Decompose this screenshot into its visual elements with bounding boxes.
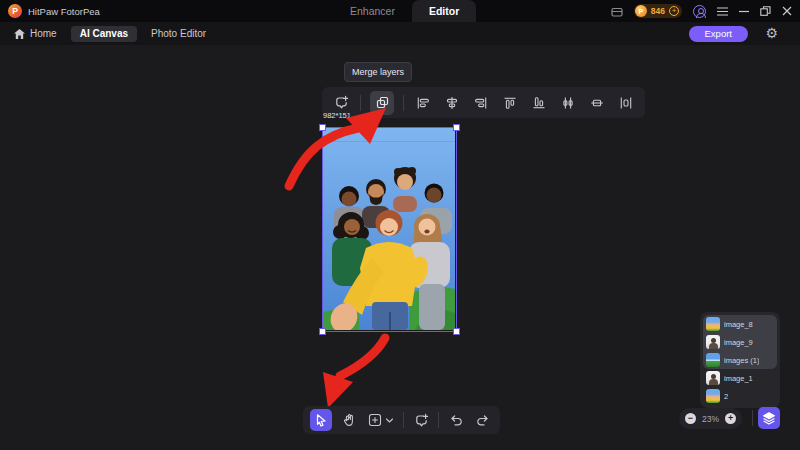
brand: P HitPaw FotorPea: [8, 0, 100, 22]
layer-dimensions-label: 982*151: [323, 111, 351, 120]
layer-thumbnail: [706, 389, 720, 403]
transform-add-icon[interactable]: [331, 93, 351, 113]
minimize-icon[interactable]: [739, 7, 749, 16]
menu-items: Home AI Canvas Photo Editor: [14, 22, 206, 45]
arrow-to-select-tool: [323, 338, 385, 408]
align-right-icon[interactable]: [471, 93, 491, 113]
selected-layers-group: image_8 image_9 images (1): [703, 315, 777, 369]
select-cursor-icon[interactable]: [310, 409, 332, 431]
coin-icon: P: [635, 5, 647, 17]
layer-thumbnail: [706, 371, 720, 385]
transform-add-icon[interactable]: [411, 410, 431, 430]
hand-pan-icon[interactable]: [339, 410, 359, 430]
align-center-horizontal-icon[interactable]: [442, 93, 462, 113]
selection-handle-top-left[interactable]: [319, 124, 326, 131]
tools-toolbar: [303, 406, 500, 434]
background-layer-bound: [324, 141, 455, 142]
layer-row[interactable]: image_9: [703, 333, 777, 351]
chevron-down-icon: [387, 419, 393, 422]
add-canvas-icon[interactable]: [366, 410, 396, 430]
add-credits-icon[interactable]: +: [669, 6, 679, 16]
toolbar-separator: [403, 95, 404, 111]
zoom-level: 23%: [702, 414, 719, 424]
layer-row[interactable]: image_8: [703, 315, 777, 333]
menu-item-home[interactable]: Home: [14, 28, 57, 39]
credits-badge[interactable]: P 846 +: [634, 4, 682, 18]
merge-layers-icon[interactable]: [370, 91, 394, 115]
layer-row[interactable]: 2: [703, 387, 777, 405]
selection-handle-bottom-left[interactable]: [319, 328, 326, 335]
toolbar-separator: [438, 412, 439, 428]
layers-panel: image_8 image_9 images (1) image_1 2: [700, 312, 780, 408]
menu-bar: Home AI Canvas Photo Editor Export ⚙: [0, 22, 800, 45]
separator: [752, 410, 753, 426]
tab-editor[interactable]: Editor: [412, 0, 476, 22]
zoom-controls: − 23% +: [679, 408, 742, 429]
account-avatar-icon[interactable]: [693, 5, 706, 18]
selected-image-layer[interactable]: [322, 127, 457, 332]
editor-canvas[interactable]: Merge layers: [0, 45, 800, 450]
group-selfie-photo: [323, 128, 455, 330]
align-top-icon[interactable]: [500, 93, 520, 113]
app-logo-icon: P: [8, 4, 22, 18]
zoom-out-icon[interactable]: −: [685, 413, 696, 424]
layer-thumbnail: [706, 353, 720, 367]
layer-row[interactable]: image_1: [703, 369, 777, 387]
undo-icon[interactable]: [446, 410, 466, 430]
app-name: HitPaw FotorPea: [28, 6, 100, 17]
export-button[interactable]: Export: [689, 26, 748, 42]
redo-icon[interactable]: [473, 410, 493, 430]
title-bar: P HitPaw FotorPea Enhancer Editor P 846 …: [0, 0, 800, 22]
app-window: P HitPaw FotorPea Enhancer Editor P 846 …: [0, 0, 800, 450]
distribute-horizontal-centers-icon[interactable]: [558, 93, 578, 113]
toolbar-separator: [403, 412, 404, 428]
menu-item-ai-canvas[interactable]: AI Canvas: [71, 26, 137, 42]
titlebar-right: P 846 +: [611, 0, 792, 22]
merge-layers-tooltip: Merge layers: [344, 62, 412, 82]
menu-icon[interactable]: [717, 7, 728, 16]
tab-enhancer[interactable]: Enhancer: [333, 0, 412, 22]
credits-count: 846: [651, 6, 665, 16]
home-icon: [14, 29, 25, 39]
selection-handle-top-right[interactable]: [453, 124, 460, 131]
zoom-in-icon[interactable]: +: [725, 413, 736, 424]
close-icon[interactable]: [782, 6, 792, 16]
align-bottom-icon[interactable]: [529, 93, 549, 113]
alignment-toolbar: [322, 87, 645, 118]
menu-item-photo-editor[interactable]: Photo Editor: [151, 28, 206, 39]
align-middle-vertical-icon[interactable]: [587, 93, 607, 113]
align-left-icon[interactable]: [413, 93, 433, 113]
mode-tabs: Enhancer Editor: [333, 0, 476, 22]
layer-thumbnail: [706, 335, 720, 349]
distribute-horizontal-spacing-icon[interactable]: [616, 93, 636, 113]
gear-icon[interactable]: ⚙: [765, 24, 778, 43]
layers-toggle-button[interactable]: [758, 407, 780, 429]
restore-icon[interactable]: [760, 6, 771, 16]
layer-row[interactable]: images (1): [703, 351, 777, 369]
layer-thumbnail: [706, 317, 720, 331]
selection-handle-bottom-right[interactable]: [453, 328, 460, 335]
layers-icon: [762, 411, 776, 425]
toolbar-separator: [360, 95, 361, 111]
gift-icon[interactable]: [611, 6, 623, 17]
